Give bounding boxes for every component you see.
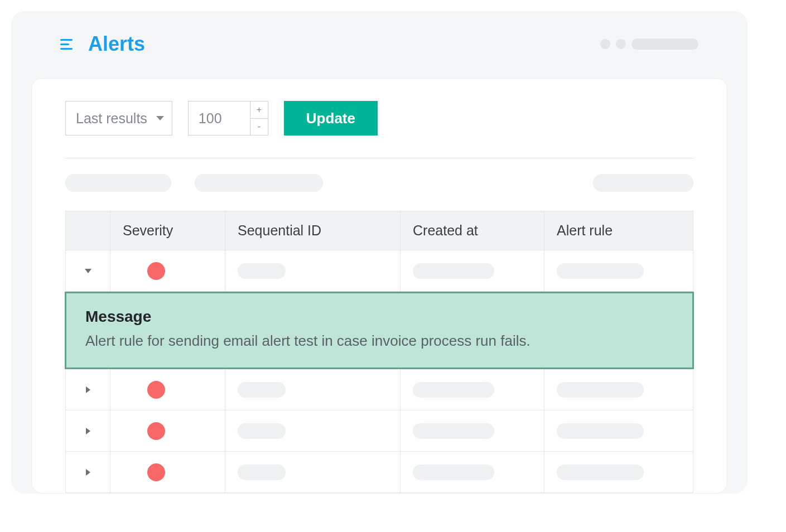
- header-pill-placeholder: [631, 38, 698, 50]
- alert-rule-cell: [544, 369, 693, 410]
- toolbar: Last results + - Update: [65, 101, 693, 158]
- cell-placeholder: [557, 465, 644, 480]
- header-right-placeholder: [600, 38, 698, 50]
- cell-placeholder: [238, 263, 286, 279]
- filter-left-placeholder: [65, 174, 323, 192]
- sequential-id-cell: [225, 452, 401, 492]
- app-header: Alerts: [11, 11, 748, 67]
- chevron-down-icon: [156, 116, 164, 120]
- message-title: Message: [85, 308, 673, 326]
- filter-pill-placeholder: [65, 174, 171, 192]
- expand-icon[interactable]: [86, 428, 90, 434]
- severity-cell: [110, 250, 225, 291]
- col-severity-header: Severity: [110, 211, 225, 250]
- severity-cell: [110, 452, 225, 492]
- cell-placeholder: [557, 423, 644, 439]
- cell-placeholder: [413, 465, 494, 480]
- col-alert-rule-header: Alert rule: [544, 211, 693, 250]
- cell-placeholder: [413, 423, 494, 439]
- sequential-id-cell: [225, 250, 401, 291]
- severity-indicator-icon: [147, 262, 165, 280]
- created-at-cell: [401, 410, 544, 451]
- filter-pill-placeholder: [593, 174, 693, 192]
- cell-placeholder: [238, 423, 286, 439]
- stepper-up-button[interactable]: +: [250, 101, 268, 119]
- severity-indicator-icon: [147, 381, 165, 399]
- content-card: Last results + - Update Severit: [31, 78, 727, 494]
- header-dot-placeholder: [600, 39, 610, 49]
- created-at-cell: [401, 250, 544, 291]
- collapse-icon[interactable]: [85, 269, 91, 273]
- cell-placeholder: [557, 263, 644, 279]
- severity-cell: [110, 410, 225, 451]
- expand-icon[interactable]: [86, 469, 90, 476]
- col-sequential-id-header: Sequential ID: [225, 211, 401, 250]
- expand-cell: [66, 452, 110, 492]
- expand-cell: [66, 410, 110, 451]
- count-stepper: + -: [188, 101, 268, 136]
- count-input[interactable]: [189, 101, 250, 135]
- table-row: [65, 369, 693, 410]
- alert-rule-cell: [544, 250, 693, 291]
- sequential-id-cell: [225, 369, 401, 410]
- header-left: Alerts: [60, 32, 145, 56]
- severity-cell: [110, 369, 225, 410]
- filter-row: [65, 158, 693, 211]
- created-at-cell: [401, 452, 544, 492]
- page-title: Alerts: [88, 32, 145, 56]
- cell-placeholder: [238, 465, 286, 480]
- col-created-at-header: Created at: [401, 211, 544, 250]
- table-row: [65, 250, 693, 292]
- stepper-buttons: + -: [250, 101, 268, 135]
- menu-icon[interactable]: [60, 39, 73, 50]
- cell-placeholder: [413, 263, 494, 279]
- results-filter-label: Last results: [76, 110, 147, 127]
- severity-indicator-icon: [147, 463, 165, 481]
- created-at-cell: [401, 369, 544, 410]
- expand-cell: [66, 369, 110, 410]
- table-header: Severity Sequential ID Created at Alert …: [65, 211, 693, 250]
- col-expand-header: [66, 211, 110, 250]
- cell-placeholder: [238, 382, 286, 398]
- header-dot-placeholder: [616, 39, 626, 49]
- severity-indicator-icon: [147, 422, 165, 440]
- cell-placeholder: [557, 382, 644, 398]
- sequential-id-cell: [225, 410, 401, 451]
- alerts-table: Severity Sequential ID Created at Alert …: [65, 211, 693, 493]
- table-row: [65, 410, 693, 452]
- alert-rule-cell: [544, 452, 693, 492]
- expanded-message-panel: Message Alert rule for sending email ale…: [65, 292, 694, 369]
- expand-icon[interactable]: [86, 386, 90, 393]
- filter-pill-placeholder: [195, 174, 323, 192]
- stepper-down-button[interactable]: -: [250, 119, 268, 136]
- expand-cell: [66, 250, 110, 291]
- app-window: Alerts Last results + - Update: [11, 11, 748, 494]
- alert-rule-cell: [544, 410, 693, 451]
- update-button[interactable]: Update: [284, 101, 378, 136]
- table-row: [65, 452, 693, 493]
- cell-placeholder: [413, 382, 494, 398]
- results-filter-select[interactable]: Last results: [65, 101, 172, 136]
- message-body: Alert rule for sending email alert test …: [85, 331, 673, 351]
